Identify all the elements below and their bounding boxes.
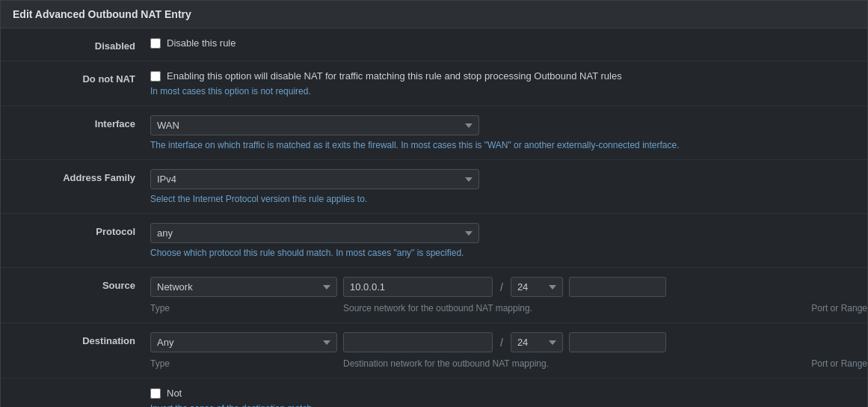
protocol-select[interactable]: any TCP UDP TCP/UDP ICMP — [150, 223, 479, 243]
source-field: Network Any LAN subnet WAN subnet / 8 16… — [150, 277, 867, 313]
interface-label: Interface — [1, 115, 150, 129]
source-type-select[interactable]: Network Any LAN subnet WAN subnet — [150, 277, 337, 297]
do-not-nat-label: Do not NAT — [1, 70, 150, 85]
destination-port-input[interactable] — [569, 332, 666, 352]
source-cidr-select[interactable]: 8 16 24 32 — [511, 277, 563, 297]
destination-slash: / — [499, 337, 505, 349]
disabled-row: Disabled Disable this rule — [1, 28, 867, 61]
destination-sub-labels: Type Destination network for the outboun… — [150, 358, 867, 369]
not-row: Not Invert the sense of the destination … — [1, 379, 867, 407]
address-family-label: Address Family — [1, 169, 150, 183]
panel-title: Edit Advanced Outbound NAT Entry — [1, 1, 867, 28]
protocol-row: Protocol any TCP UDP TCP/UDP ICMP Choose… — [1, 214, 867, 268]
source-ip-input[interactable] — [343, 277, 493, 297]
destination-cidr-select[interactable]: 8 16 24 32 — [511, 332, 563, 352]
not-field: Not Invert the sense of the destination … — [150, 388, 867, 407]
destination-ip-input[interactable] — [343, 332, 493, 352]
source-label: Source — [1, 277, 150, 291]
source-row: Source Network Any LAN subnet WAN subnet… — [1, 268, 867, 323]
source-sub-labels: Type Source network for the outbound NAT… — [150, 303, 867, 313]
source-port-input[interactable] — [569, 277, 666, 297]
destination-inputs: Any Network LAN subnet WAN subnet / 8 16… — [150, 332, 867, 352]
not-help: Invert the sense of the destination matc… — [150, 403, 867, 407]
do-not-nat-checkbox[interactable] — [150, 71, 161, 82]
address-family-field: IPv4 IPv6 IPv4+IPv6 Select the Internet … — [150, 169, 867, 204]
destination-field: Any Network LAN subnet WAN subnet / 8 16… — [150, 332, 867, 369]
address-family-select[interactable]: IPv4 IPv6 IPv4+IPv6 — [150, 169, 479, 189]
edit-nat-panel: Edit Advanced Outbound NAT Entry Disable… — [0, 0, 868, 407]
not-checkbox-row: Not — [150, 388, 867, 399]
not-checkbox[interactable] — [150, 388, 161, 399]
do-not-nat-checkbox-row: Enabling this option will disable NAT fo… — [150, 70, 867, 82]
destination-label: Destination — [1, 332, 150, 346]
source-inputs: Network Any LAN subnet WAN subnet / 8 16… — [150, 277, 867, 297]
interface-row: Interface WAN LAN OPT1 The interface on … — [1, 106, 867, 160]
disabled-checkbox-label: Disable this rule — [167, 37, 236, 49]
disabled-checkbox[interactable] — [150, 38, 161, 49]
disabled-field: Disable this rule — [150, 37, 867, 49]
source-net-sublabel: Source network for the outbound NAT mapp… — [343, 303, 532, 313]
destination-type-sublabel: Type — [150, 358, 337, 369]
destination-net-sublabel: Destination network for the outbound NAT… — [343, 358, 549, 369]
protocol-label: Protocol — [1, 223, 150, 237]
destination-port-sublabel: Port or Range — [811, 358, 867, 369]
do-not-nat-help1: Enabling this option will disable NAT fo… — [167, 70, 622, 82]
address-family-row: Address Family IPv4 IPv6 IPv4+IPv6 Selec… — [1, 160, 867, 214]
source-slash: / — [499, 281, 505, 293]
destination-row: Destination Any Network LAN subnet WAN s… — [1, 323, 867, 379]
not-checkbox-label: Not — [167, 388, 182, 399]
interface-field: WAN LAN OPT1 The interface on which traf… — [150, 115, 867, 150]
do-not-nat-field: Enabling this option will disable NAT fo… — [150, 70, 867, 97]
interface-select[interactable]: WAN LAN OPT1 — [150, 115, 479, 135]
do-not-nat-help2: In most cases this option is not require… — [150, 86, 867, 97]
not-label — [1, 388, 150, 391]
do-not-nat-row: Do not NAT Enabling this option will dis… — [1, 61, 867, 106]
disabled-checkbox-row: Disable this rule — [150, 37, 867, 49]
disabled-label: Disabled — [1, 37, 150, 52]
interface-help: The interface on which traffic is matche… — [150, 140, 867, 150]
source-type-sublabel: Type — [150, 303, 337, 313]
destination-type-select[interactable]: Any Network LAN subnet WAN subnet — [150, 332, 337, 352]
address-family-help: Select the Internet Protocol version thi… — [150, 194, 867, 204]
source-port-sublabel: Port or Range — [811, 303, 867, 313]
protocol-field: any TCP UDP TCP/UDP ICMP Choose which pr… — [150, 223, 867, 258]
protocol-help: Choose which protocol this rule should m… — [150, 248, 867, 258]
